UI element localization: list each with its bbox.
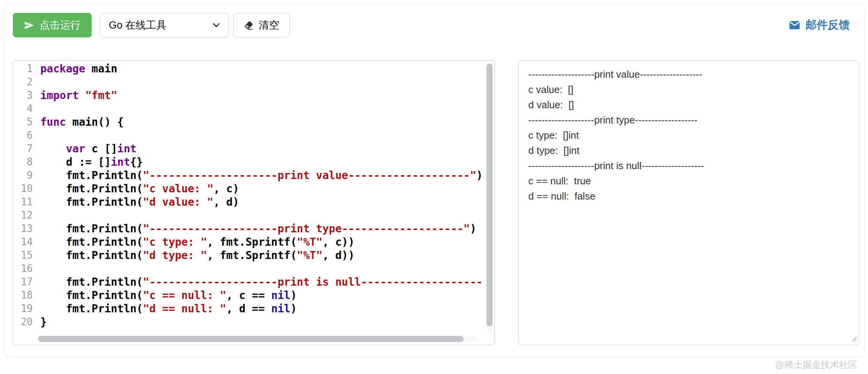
output-line: c type: []int [528,128,849,143]
line-number: 17 [13,275,33,289]
code-line: func main() { [40,115,482,129]
mail-icon [789,19,801,31]
line-number: 14 [13,235,33,249]
code-line: var c []int [40,142,482,155]
line-number: 4 [13,102,33,115]
run-button[interactable]: 点击运行 [13,13,92,37]
horizontal-scrollbar-thumb[interactable] [38,336,464,342]
line-number: 11 [13,195,33,209]
code-line [40,102,482,115]
line-number: 12 [13,209,33,222]
code-line [40,129,482,142]
line-number: 8 [13,155,33,169]
line-number: 2 [13,75,33,89]
vertical-scrollbar-thumb[interactable] [486,64,493,326]
code-line: fmt.Println("--------------------print t… [40,222,482,235]
code-line: fmt.Println("c == null: ", c == nil) [40,289,482,302]
code-line: package main [40,62,482,75]
code-line: import "fmt" [40,89,482,102]
line-number: 10 [13,182,33,195]
output-area[interactable]: --------------------print value---------… [518,60,859,345]
line-number: 18 [13,289,33,302]
code-line: fmt.Println("d type: ", fmt.Sprintf("%T"… [40,249,482,262]
line-number-gutter: 1234567891011121314151617181920 [13,61,37,345]
code-line: fmt.Println("--------------------print v… [40,169,482,182]
eraser-icon [244,20,254,30]
code-editor[interactable]: 1234567891011121314151617181920 package … [13,60,495,345]
output-line: c == null: true [528,173,849,189]
clear-button-label: 清空 [259,18,279,32]
code-lines: package mainimport "fmt"func main() { va… [37,61,482,345]
output-line: d type: []int [528,143,849,158]
output-line: --------------------print type----------… [528,112,849,128]
watermark: @稀土掘金技术社区 [775,359,857,371]
output-line: --------------------print is null-------… [528,158,849,173]
code-line: d := []int{} [40,155,482,169]
feedback-link-label: 邮件反馈 [806,18,850,33]
line-number: 20 [13,315,33,329]
line-number: 15 [13,249,33,262]
code-line [40,262,482,275]
line-number: 5 [13,115,33,129]
horizontal-scrollbar [38,336,477,342]
editor-inner: 1234567891011121314151617181920 package … [13,61,494,345]
output-lines: --------------------print value---------… [528,67,849,204]
line-number: 7 [13,142,33,155]
language-select-wrap: Go 在线工具 [100,13,229,37]
run-button-label: 点击运行 [40,18,81,32]
line-number: 13 [13,222,33,235]
resize-grip-icon[interactable] [849,334,857,344]
line-number: 6 [13,129,33,142]
code-line: fmt.Println("--------------------print i… [40,275,482,289]
output-line: c value: [] [528,82,849,97]
code-line: fmt.Println("d value: ", d) [40,195,482,209]
code-line: fmt.Println("c type: ", fmt.Sprintf("%T"… [40,235,482,249]
output-line: --------------------print value---------… [528,67,849,82]
line-number: 9 [13,169,33,182]
line-number: 1 [13,62,33,75]
output-line: d == null: false [528,189,849,204]
code-line: } [40,315,482,329]
code-line: fmt.Println("d == null: ", d == nil) [40,302,482,315]
feedback-link[interactable]: 邮件反馈 [789,18,850,33]
clear-button[interactable]: 清空 [233,13,290,37]
line-number: 16 [13,262,33,275]
line-number: 3 [13,89,33,102]
code-line [40,209,482,222]
vertical-scrollbar [486,64,493,332]
code-line [40,75,482,89]
app-container: 点击运行 Go 在线工具 清空 邮件反馈 1234567891011121314… [3,3,865,357]
output-line: d value: [] [528,97,849,112]
toolbar: 点击运行 Go 在线工具 清空 邮件反馈 [13,13,855,37]
line-number: 19 [13,302,33,315]
code-line: fmt.Println("c value: ", c) [40,182,482,195]
send-icon [24,20,34,30]
language-select[interactable]: Go 在线工具 [100,13,229,37]
